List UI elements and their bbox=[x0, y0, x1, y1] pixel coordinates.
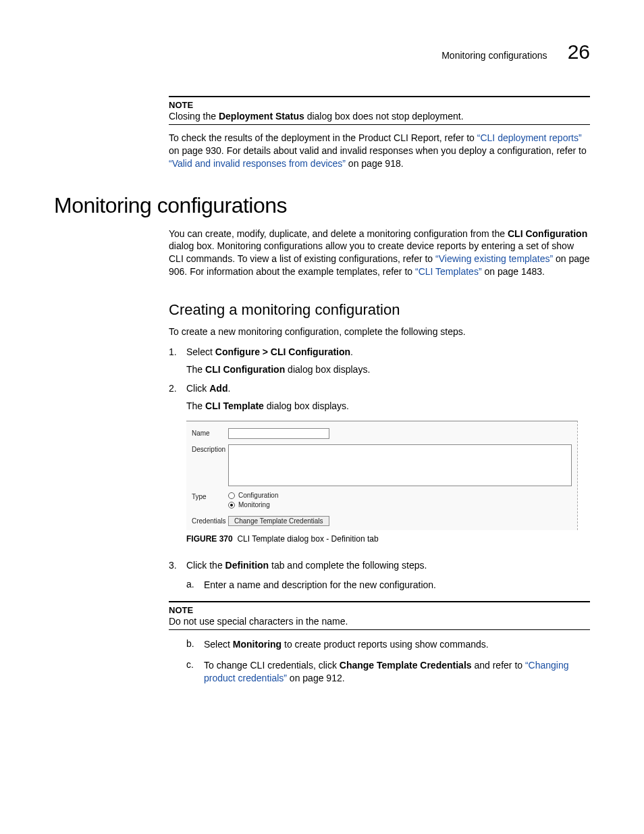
text-bold: CLI Configuration bbox=[205, 364, 285, 375]
text: on page 930. For details about valid and… bbox=[169, 145, 587, 156]
text: Click bbox=[186, 383, 209, 394]
substep-b: b. Select Monitoring to create product r… bbox=[186, 638, 590, 651]
text: The bbox=[186, 400, 205, 411]
rule bbox=[169, 96, 590, 97]
text: The bbox=[186, 364, 205, 375]
text: and refer to bbox=[472, 660, 525, 671]
text: to create product reports using show com… bbox=[281, 639, 489, 650]
figure-caption-text: CLI Template dialog box - Definition tab bbox=[237, 534, 378, 544]
step-body: Click Add. bbox=[186, 383, 590, 394]
field-label-credentials: Credentials bbox=[192, 516, 228, 525]
note-label: NOTE bbox=[169, 605, 590, 615]
radio-configuration[interactable]: Configuration bbox=[228, 492, 572, 499]
note-label: NOTE bbox=[169, 100, 590, 110]
step-1: 1. Select Configure > CLI Configuration. bbox=[169, 346, 590, 357]
field-label-name: Name bbox=[192, 428, 228, 437]
step-number: 2. bbox=[169, 383, 186, 394]
text-bold: Configure > CLI Configuration bbox=[215, 346, 350, 357]
text: Closing the bbox=[169, 111, 219, 122]
text-bold: Add bbox=[209, 383, 227, 394]
substep-letter: a. bbox=[186, 579, 204, 592]
step-result: The CLI Template dialog box displays. bbox=[186, 400, 590, 411]
note-text: Closing the Deployment Status dialog box… bbox=[169, 110, 590, 123]
running-header: Monitoring configurations 26 bbox=[54, 41, 590, 63]
link-viewing-existing-templates[interactable]: “Viewing existing templates” bbox=[435, 253, 553, 264]
heading-creating-monitoring-configuration: Creating a monitoring configuration bbox=[169, 301, 590, 319]
substep-letter: c. bbox=[186, 659, 204, 685]
dialog-box: Name Description Type Configuration bbox=[186, 421, 578, 530]
field-label-type: Type bbox=[192, 492, 228, 500]
text-bold: CLI Template bbox=[205, 400, 264, 411]
text: dialog box does not stop deployment. bbox=[304, 111, 464, 122]
radio-monitoring[interactable]: Monitoring bbox=[228, 501, 572, 509]
text: dialog box displays. bbox=[264, 400, 349, 411]
substep-c: c. To change CLI credentials, click Chan… bbox=[186, 659, 590, 685]
name-input[interactable] bbox=[228, 428, 329, 439]
radio-icon bbox=[228, 502, 235, 509]
substep-body: To change CLI credentials, click Change … bbox=[204, 659, 590, 685]
step-result: The CLI Configuration dialog box display… bbox=[186, 364, 590, 375]
step-2: 2. Click Add. bbox=[169, 383, 590, 394]
text: Click the bbox=[186, 560, 225, 571]
change-template-credentials-button[interactable]: Change Template Credentials bbox=[228, 516, 329, 526]
paragraph: To check the results of the deployment i… bbox=[169, 132, 590, 170]
substep-body: Select Monitoring to create product repo… bbox=[204, 638, 590, 651]
header-title: Monitoring configurations bbox=[441, 50, 547, 61]
step-body: Click the Definition tab and complete th… bbox=[186, 560, 590, 571]
radio-icon bbox=[228, 492, 235, 499]
header-chapter-number: 26 bbox=[568, 41, 590, 63]
field-label-description: Description bbox=[192, 444, 228, 453]
text: To change CLI credentials, click bbox=[204, 660, 340, 671]
text: on page 1483. bbox=[482, 266, 545, 277]
text: To check the results of the deployment i… bbox=[169, 132, 477, 143]
text: on page 918. bbox=[346, 158, 404, 169]
text: . bbox=[350, 346, 353, 357]
paragraph: You can create, modify, duplicate, and d… bbox=[169, 228, 590, 279]
link-cli-templates[interactable]: “CLI Templates” bbox=[415, 266, 482, 277]
text: You can create, modify, duplicate, and d… bbox=[169, 228, 508, 239]
text-bold: Deployment Status bbox=[219, 111, 304, 122]
text-bold: CLI Configuration bbox=[508, 228, 587, 239]
substep-a: a. Enter a name and description for the … bbox=[186, 579, 590, 592]
text: . bbox=[227, 383, 230, 394]
description-textarea[interactable] bbox=[228, 444, 572, 486]
text-bold: Monitoring bbox=[233, 639, 281, 650]
text: dialog box displays. bbox=[285, 364, 370, 375]
text: Select bbox=[186, 346, 215, 357]
paragraph: To create a new monitoring configuration… bbox=[169, 325, 590, 338]
link-cli-deployment-reports[interactable]: “CLI deployment reports” bbox=[477, 132, 582, 143]
rule bbox=[169, 629, 590, 630]
text-bold: Change Template Credentials bbox=[340, 660, 472, 671]
link-valid-invalid-responses[interactable]: “Valid and invalid responses from device… bbox=[169, 158, 346, 169]
radio-label: Configuration bbox=[238, 492, 278, 499]
figure-cli-template-dialog: Name Description Type Configuration bbox=[186, 421, 590, 530]
step-3: 3. Click the Definition tab and complete… bbox=[169, 560, 590, 571]
substep-letter: b. bbox=[186, 638, 204, 651]
figure-caption: FIGURE 370 CLI Template dialog box - Def… bbox=[186, 534, 590, 544]
step-number: 1. bbox=[169, 346, 186, 357]
radio-label: Monitoring bbox=[238, 501, 270, 509]
rule bbox=[169, 124, 590, 125]
step-body: Select Configure > CLI Configuration. bbox=[186, 346, 590, 357]
substep-body: Enter a name and description for the new… bbox=[204, 579, 590, 592]
step-number: 3. bbox=[169, 560, 186, 571]
rule bbox=[169, 601, 590, 602]
text-bold: Definition bbox=[225, 560, 269, 571]
text: Select bbox=[204, 639, 233, 650]
note-text: Do not use special characters in the nam… bbox=[169, 615, 590, 628]
figure-label: FIGURE 370 bbox=[186, 534, 233, 544]
text: tab and complete the following steps. bbox=[269, 560, 427, 571]
heading-monitoring-configurations: Monitoring configurations bbox=[54, 193, 590, 218]
text: on page 912. bbox=[287, 673, 345, 683]
